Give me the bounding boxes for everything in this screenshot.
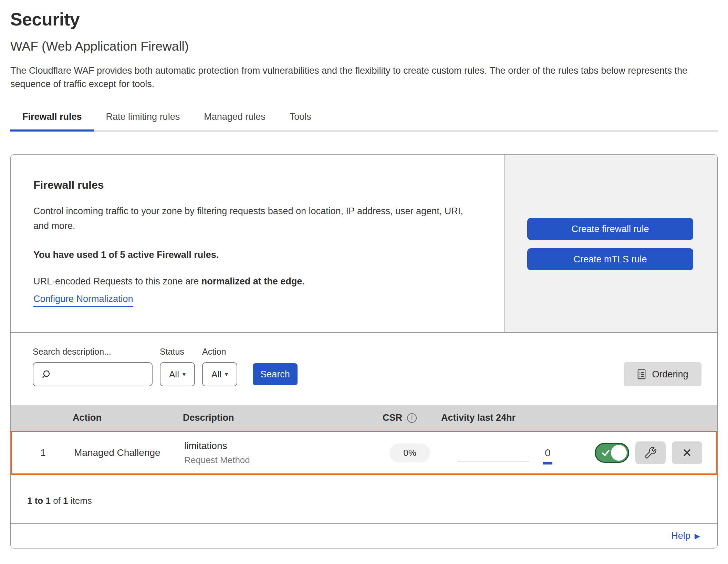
header-action: Action — [73, 412, 173, 423]
rule-action: Managed Challenge — [74, 447, 174, 458]
rule-description: limitations — [184, 440, 377, 451]
chevron-down-icon: ▾ — [183, 370, 186, 378]
firewall-rule-row[interactable]: 1 Managed Challenge limitations Request … — [11, 431, 717, 475]
status-dropdown[interactable]: All ▾ — [160, 362, 195, 386]
search-description-group: Search description... — [33, 347, 153, 386]
help-link-label: Help — [671, 531, 690, 541]
summary-items: items — [68, 495, 92, 506]
pagination-summary: 1 to 1 of 1 items — [11, 475, 717, 523]
page-description: The Cloudflare WAF provides both automat… — [10, 64, 718, 91]
action-dropdown-value: All — [211, 369, 221, 380]
waf-tabbar: Firewall rules Rate limiting rules Manag… — [10, 107, 718, 132]
info-icon[interactable]: i — [407, 413, 417, 423]
summary-range: 1 to 1 — [27, 495, 51, 506]
create-rule-panel: Create firewall rule Create mTLS rule — [505, 155, 717, 332]
rule-priority: 1 — [12, 448, 74, 458]
header-activity: Activity last 24hr — [441, 412, 586, 423]
ordering-button-label: Ordering — [652, 369, 688, 380]
filters-bar: Search description... Status All ▾ Actio… — [11, 333, 717, 405]
status-label: Status — [160, 347, 195, 357]
rule-csr-cell: 0% — [377, 443, 443, 462]
page-subtitle: WAF (Web Application Firewall) — [10, 39, 718, 54]
rule-expression: Request Method — [184, 455, 377, 466]
ordering-button[interactable]: Ordering — [624, 362, 701, 386]
tab-rate-limiting-rules[interactable]: Rate limiting rules — [94, 107, 192, 130]
normalization-note-bold: normalized at the edge. — [201, 276, 305, 286]
card-description: Control incoming traffic to your zone by… — [33, 204, 478, 233]
create-firewall-rule-button[interactable]: Create firewall rule — [527, 218, 693, 240]
edit-rule-button[interactable] — [635, 441, 666, 464]
check-icon — [601, 448, 611, 458]
activity-count-link[interactable]: 0 — [543, 447, 552, 464]
ordering-list-icon — [637, 369, 646, 380]
page-title: Security — [10, 9, 718, 30]
csr-badge: 0% — [389, 443, 430, 462]
rule-description-cell: limitations Request Method — [174, 440, 377, 466]
rule-enabled-toggle[interactable] — [595, 443, 629, 463]
usage-summary: You have used 1 of 5 active Firewall rul… — [33, 250, 484, 260]
help-arrow-icon: ▶ — [695, 532, 700, 540]
toggle-knob — [611, 445, 627, 461]
tab-managed-rules[interactable]: Managed rules — [192, 107, 278, 130]
card-heading: Firewall rules — [33, 179, 484, 191]
configure-normalization-link[interactable]: Configure Normalization — [33, 294, 133, 307]
status-dropdown-value: All — [169, 369, 179, 380]
header-csr-label: CSR — [383, 412, 402, 423]
create-mtls-rule-button[interactable]: Create mTLS rule — [527, 248, 693, 270]
action-dropdown[interactable]: All ▾ — [202, 362, 237, 386]
delete-rule-button[interactable]: ✕ — [672, 441, 702, 464]
chevron-down-icon: ▾ — [225, 370, 228, 378]
search-button[interactable]: Search — [253, 363, 298, 385]
rules-table-header: Action Description CSR i Activity last 2… — [11, 405, 717, 431]
tab-tools[interactable]: Tools — [278, 107, 323, 130]
normalization-note: URL-encoded Requests to this zone are no… — [33, 276, 484, 287]
status-filter-group: Status All ▾ — [160, 347, 195, 386]
firewall-rules-intro: Firewall rules Control incoming traffic … — [11, 155, 505, 332]
action-label: Action — [202, 347, 237, 357]
action-filter-group: Action All ▾ — [202, 347, 237, 386]
firewall-rules-card: Firewall rules Control incoming traffic … — [10, 154, 718, 549]
search-description-label: Search description... — [33, 347, 153, 357]
security-waf-page: Security WAF (Web Application Firewall) … — [0, 0, 728, 549]
help-row: Help ▶ — [11, 523, 717, 548]
header-description: Description — [173, 412, 376, 423]
normalization-note-text: URL-encoded Requests to this zone are — [33, 276, 201, 286]
rule-activity-cell: 0 — [443, 444, 587, 462]
close-icon: ✕ — [682, 447, 692, 459]
summary-total: 1 — [63, 495, 68, 506]
search-icon — [40, 369, 51, 380]
firewall-rules-overview: Firewall rules Control incoming traffic … — [11, 155, 717, 333]
wrench-icon — [645, 447, 656, 459]
tab-firewall-rules[interactable]: Firewall rules — [10, 107, 94, 130]
rule-controls: ✕ — [587, 441, 716, 464]
activity-sparkline — [458, 461, 529, 461]
header-csr: CSR i — [376, 412, 441, 423]
summary-of: of — [51, 495, 63, 506]
search-input[interactable] — [33, 362, 153, 386]
help-link[interactable]: Help ▶ — [671, 531, 700, 541]
